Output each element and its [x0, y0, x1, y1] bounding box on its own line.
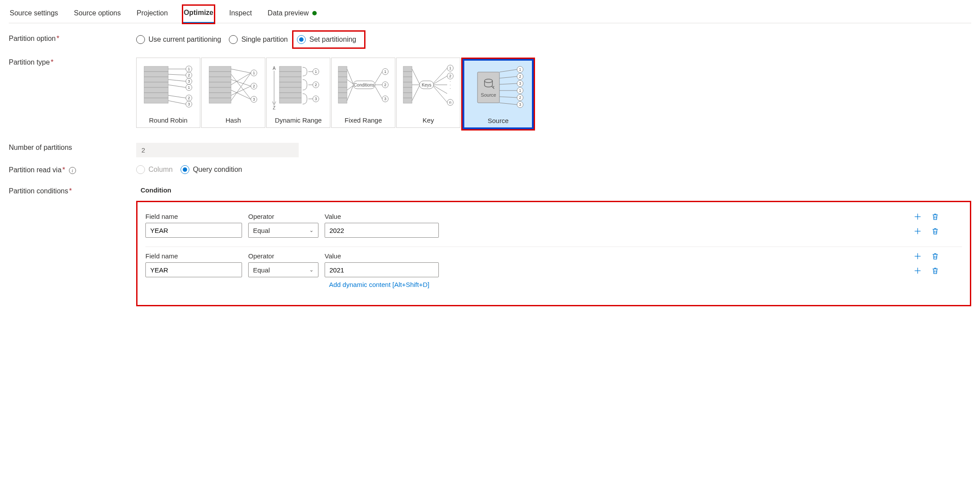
tile-source[interactable]: Source 1 2 3 1 2 3 Source	[464, 61, 532, 127]
svg-line-120	[499, 103, 517, 105]
trash-icon	[931, 266, 940, 275]
svg-text:1: 1	[449, 66, 451, 70]
num-partitions-label: Number of partitions	[9, 143, 136, 152]
condition-group: Field name Operator Equal ⌄ Value	[145, 207, 962, 247]
svg-text:Source: Source	[481, 92, 496, 98]
svg-rect-54	[279, 98, 301, 103]
add-condition-row-button[interactable]	[913, 266, 922, 276]
status-dot-icon	[312, 11, 317, 15]
value-input[interactable]	[325, 262, 439, 277]
dynamic-range-icon: A Z 1 2 3	[267, 58, 330, 114]
condition-header: Condition	[136, 186, 971, 194]
svg-rect-64	[338, 66, 347, 72]
hash-icon: 1 2 3	[202, 58, 265, 114]
chevron-down-icon: ⌄	[309, 267, 314, 273]
svg-rect-53	[279, 93, 301, 98]
tab-data-preview[interactable]: Data preview	[267, 5, 317, 23]
svg-rect-50	[279, 77, 301, 82]
svg-text:1: 1	[315, 69, 317, 74]
svg-text:1: 1	[188, 67, 190, 71]
key-icon: Keys 1 2 ··· n	[397, 58, 460, 114]
tab-optimize[interactable]: Optimize	[183, 5, 214, 23]
radio-icon	[136, 35, 145, 44]
delete-condition-group-button[interactable]	[930, 212, 940, 221]
svg-rect-65	[338, 72, 347, 77]
tile-key[interactable]: Keys 1 2 ··· n Key	[396, 58, 460, 128]
fixed-range-icon: Conditions 1 2 3	[332, 58, 395, 114]
add-condition-group-button[interactable]	[913, 251, 922, 261]
svg-line-93	[412, 69, 419, 84]
svg-text:·: ·	[450, 86, 451, 91]
svg-rect-0	[144, 66, 168, 72]
svg-line-117	[499, 83, 517, 84]
selection-outline: Source 1 2 3 1 2 3 Source	[463, 59, 534, 129]
svg-line-99	[434, 76, 447, 84]
plus-icon	[913, 227, 922, 236]
round-robin-icon: 1 2 3 1 2 3	[137, 58, 200, 114]
add-condition-group-button[interactable]	[913, 212, 922, 221]
operator-select[interactable]: Equal ⌄	[248, 262, 318, 277]
svg-text:3: 3	[315, 97, 317, 101]
svg-line-116	[499, 76, 517, 78]
radio-query-condition[interactable]: Query condition	[181, 165, 242, 174]
svg-text:A: A	[273, 65, 276, 70]
tab-projection[interactable]: Projection	[136, 5, 169, 23]
svg-text:3: 3	[188, 102, 190, 106]
tab-inspect[interactable]: Inspect	[228, 5, 253, 23]
svg-text:1: 1	[188, 85, 190, 90]
radio-use-current-partitioning[interactable]: Use current partitioning	[136, 35, 221, 44]
highlight-box: Source 1 2 3 1 2 3 Source	[461, 58, 535, 131]
partition-option-label: Partition option*	[9, 34, 136, 43]
info-icon[interactable]: i	[69, 167, 76, 174]
value-label: Value	[325, 213, 439, 220]
partition-option-group: Use current partitioning Single partitio…	[136, 34, 971, 45]
radio-single-partition[interactable]: Single partition	[229, 35, 288, 44]
svg-text:2: 2	[384, 83, 386, 87]
tile-fixed-range[interactable]: Conditions 1 2 3 Fixed Range	[331, 58, 395, 128]
svg-line-115	[499, 69, 517, 72]
tile-round-robin[interactable]: 1 2 3 1 2 3 Round Robin	[136, 58, 200, 128]
radio-icon	[136, 165, 145, 174]
tile-hash[interactable]: 1 2 3 Hash	[201, 58, 265, 128]
svg-text:3: 3	[384, 97, 386, 101]
tab-source-options[interactable]: Source options	[73, 5, 122, 23]
delete-condition-row-button[interactable]	[930, 226, 940, 236]
field-name-input[interactable]	[145, 262, 242, 277]
plus-icon	[913, 212, 922, 221]
add-dynamic-content-link[interactable]: Add dynamic content [Alt+Shift+D]	[329, 281, 429, 288]
svg-line-95	[412, 86, 419, 101]
svg-rect-3	[144, 82, 168, 87]
svg-line-36	[231, 90, 251, 99]
svg-rect-1	[144, 72, 168, 77]
tile-dynamic-range[interactable]: A Z 1 2 3 Dynamic Range	[266, 58, 330, 128]
svg-text:n: n	[449, 100, 451, 105]
operator-select[interactable]: Equal ⌄	[248, 223, 318, 238]
svg-rect-2	[144, 77, 168, 82]
radio-set-partitioning[interactable]: Set partitioning	[297, 35, 356, 44]
svg-rect-6	[144, 98, 168, 103]
field-name-input[interactable]	[145, 223, 242, 238]
svg-rect-87	[403, 72, 412, 77]
svg-line-37	[231, 86, 251, 95]
svg-line-79	[375, 87, 382, 99]
svg-rect-31	[209, 98, 231, 103]
svg-line-10	[168, 85, 186, 87]
delete-condition-group-button[interactable]	[930, 251, 940, 261]
tab-source-settings[interactable]: Source settings	[9, 5, 59, 23]
add-condition-row-button[interactable]	[913, 226, 922, 236]
value-input[interactable]	[325, 223, 439, 238]
svg-rect-90	[403, 87, 412, 93]
delete-condition-row-button[interactable]	[930, 266, 940, 276]
source-icon: Source 1 2 3 1 2 3	[464, 61, 532, 114]
svg-rect-88	[403, 77, 412, 82]
svg-rect-52	[279, 87, 301, 93]
radio-icon	[297, 35, 306, 44]
svg-rect-28	[209, 82, 231, 87]
trash-icon	[931, 212, 940, 221]
svg-text:2: 2	[188, 73, 190, 77]
field-name-label: Field name	[145, 213, 242, 220]
svg-rect-70	[338, 98, 347, 103]
svg-line-101	[434, 86, 447, 94]
svg-text:1: 1	[519, 88, 521, 93]
svg-rect-91	[403, 93, 412, 98]
